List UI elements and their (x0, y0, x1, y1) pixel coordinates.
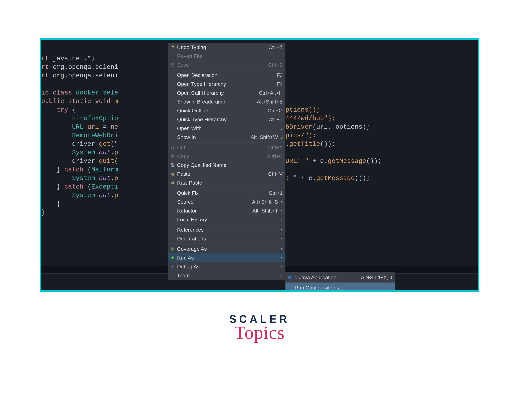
svg-rect-11 (172, 173, 174, 176)
menu-item-quick-outline[interactable]: Quick OutlineCtrl+O (168, 106, 285, 115)
menu-icon-placeholder (170, 117, 175, 122)
menu-separator (168, 244, 285, 244)
menu-hotkey: Alt+Shift+T › (252, 208, 283, 214)
menu-hotkey: › (278, 255, 283, 261)
paste-icon (170, 171, 175, 177)
code-frag: bDriver(url, options); (285, 123, 370, 131)
menu-item-run-as[interactable]: Run As › (168, 253, 285, 262)
menu-item-undo-typing[interactable]: Undo TypingCtrl+Z (168, 43, 285, 52)
run-as-submenu: J1 Java ApplicationAlt+Shift+X, JRun Con… (285, 272, 395, 292)
menu-label: Copy (177, 153, 265, 159)
menu-label: Quick Fix (177, 190, 266, 196)
menu-label: Declarations (177, 236, 275, 242)
menu-item-open-with[interactable]: Open With › (168, 124, 285, 133)
menu-label: Open Call Hierarchy (177, 90, 256, 96)
scaler-branding: SCALER Topics (229, 313, 290, 343)
menu-label: Raw Paste (177, 180, 280, 186)
menu-item-paste[interactable]: PasteCtrl+V (168, 169, 285, 178)
menu-label: Show In (177, 134, 248, 140)
menu-hotkey: Ctrl+1 (269, 190, 283, 196)
menu-item-show-in[interactable]: Show InAlt+Shift+W › (168, 133, 285, 142)
menu-icon-placeholder (170, 190, 175, 196)
code-frag: ptions(); (285, 106, 320, 113)
menu-label: Open With (177, 125, 275, 131)
menu-icon-placeholder (170, 273, 175, 278)
menu-separator (168, 70, 285, 70)
menu-label: Coverage As (177, 246, 275, 252)
menu-item-references[interactable]: References › (168, 225, 285, 234)
menu-icon-placeholder (170, 227, 175, 232)
menu-item-declarations[interactable]: Declarations › (168, 234, 285, 243)
menu-item-copy-qualified-name[interactable]: Copy Qualified Name (168, 161, 285, 169)
cut-icon (170, 145, 175, 150)
menu-hotkey: › (278, 227, 283, 233)
code-frag: .getTitle()); (285, 141, 335, 148)
menu-hotkey: Ctrl+Z (268, 44, 283, 50)
svg-rect-6 (172, 155, 174, 158)
submenu-item-1-java-application[interactable]: J1 Java ApplicationAlt+Shift+X, J (285, 273, 395, 282)
code-editor-right[interactable]: . . . . . . ptions(); 444/wd/hub"); bDri… (285, 46, 382, 183)
menu-item-quick-type-hierarchy[interactable]: Quick Type HierarchyCtrl+T (168, 115, 285, 124)
menu-item-local-history[interactable]: Local History › (168, 215, 285, 224)
menu-label: Run As (177, 255, 275, 261)
menu-hotkey: › (278, 217, 283, 223)
menu-item-open-type-hierarchy[interactable]: Open Type HierarchyF4 (168, 80, 285, 88)
debug-icon (170, 264, 175, 269)
menu-icon-placeholder (170, 99, 175, 105)
menu-item-team[interactable]: Team › (168, 271, 285, 280)
svg-rect-8 (172, 164, 174, 166)
menu-icon-placeholder (170, 134, 175, 140)
menu-label: Cut (177, 144, 265, 150)
menu-hotkey: Ctrl+O (267, 108, 283, 113)
svg-rect-2 (171, 65, 174, 66)
menu-item-open-call-hierarchy[interactable]: Open Call HierarchyCtrl+Alt+H (168, 88, 285, 97)
code-frag: : " + e.getMessage()); (285, 175, 370, 182)
code-editor-left[interactable]: rt java.net.*; rt org.openqa.seleni rt o… (41, 40, 134, 217)
submenu-label: 1 Java Application (295, 275, 358, 280)
menu-item-source[interactable]: SourceAlt+Shift+S › (168, 197, 285, 206)
menu-label: Show in Breadcrumb (177, 99, 254, 105)
menu-item-raw-paste[interactable]: Raw Paste (168, 178, 285, 187)
menu-item-coverage-as[interactable]: Coverage As › (168, 244, 285, 253)
menu-hotkey: Ctrl+Alt+H (259, 90, 283, 96)
menu-hotkey: Ctrl+T (268, 116, 283, 122)
menu-icon-placeholder (170, 90, 175, 96)
menu-label: Team (177, 272, 275, 278)
menu-label: Quick Type Hierarchy (177, 116, 266, 122)
menu-item-quick-fix[interactable]: Quick FixCtrl+1 (168, 188, 285, 197)
menu-hotkey: Alt+Shift+S › (252, 199, 283, 205)
menu-label: Refactor (177, 208, 249, 214)
menu-label: Save (177, 62, 265, 68)
menu-hotkey: Ctrl+S (268, 62, 283, 68)
menu-item-show-in-breadcrumb[interactable]: Show in BreadcrumbAlt+Shift+B (168, 97, 285, 106)
copy-qualified-icon (170, 162, 175, 168)
menu-icon-placeholder (170, 199, 175, 205)
code-frag: 444/wd/hub"); (285, 115, 335, 122)
menu-item-revert-file: Revert File (168, 52, 285, 60)
svg-rect-1 (171, 64, 173, 65)
menu-icon-placeholder (287, 285, 292, 290)
menu-icon-placeholder (170, 236, 175, 241)
menu-item-debug-as[interactable]: Debug As › (168, 262, 285, 271)
menu-icon-placeholder (170, 72, 175, 78)
code-frag: pics/"); (285, 132, 316, 139)
menu-label: References (177, 227, 275, 233)
menu-item-cut: CutCtrl+X (168, 143, 285, 152)
java-app-icon: J (287, 275, 292, 280)
svg-text:J: J (289, 276, 290, 279)
menu-hotkey: Ctrl+X (268, 144, 283, 150)
submenu-item-run-configurations[interactable]: Run Configurations... (285, 283, 395, 292)
menu-hotkey: Alt+Shift+W › (251, 134, 283, 140)
menu-icon-placeholder (170, 108, 175, 113)
menu-icon-placeholder (170, 217, 175, 222)
menu-label: Paste (177, 171, 265, 177)
menu-separator (168, 188, 285, 188)
menu-label: Source (177, 199, 249, 205)
menu-hotkey: Ctrl+V (268, 171, 283, 177)
menu-icon-placeholder (170, 208, 175, 213)
menu-item-open-declaration[interactable]: Open DeclarationF3 (168, 71, 285, 80)
menu-item-refactor[interactable]: RefactorAlt+Shift+T › (168, 206, 285, 215)
menu-hotkey: F4 (277, 81, 283, 87)
menu-icon-placeholder (170, 53, 175, 59)
menu-label: Quick Outline (177, 108, 265, 113)
